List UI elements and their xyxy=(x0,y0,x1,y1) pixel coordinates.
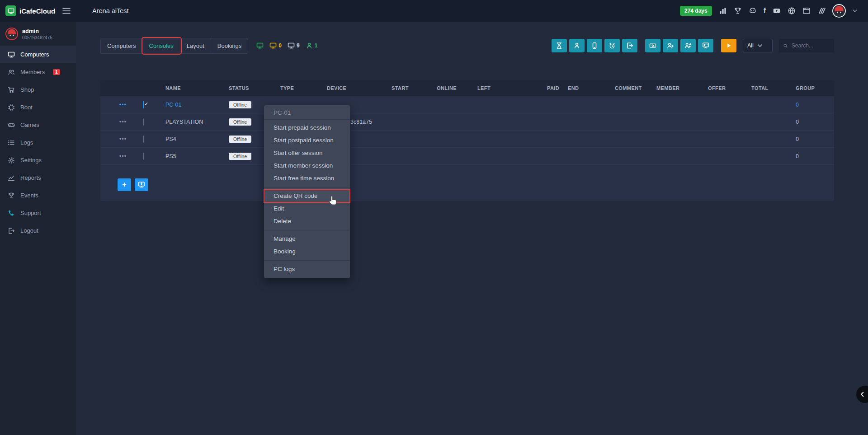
console-install-button[interactable] xyxy=(135,178,148,191)
search-box xyxy=(779,39,834,52)
search-input[interactable] xyxy=(791,42,830,49)
trophy-icon[interactable] xyxy=(734,7,742,15)
sidebar-item-label: Shop xyxy=(20,86,34,93)
menu-item-start-free-time-session[interactable]: Start free time session xyxy=(264,172,350,185)
sidebar-item-shop[interactable]: Shop xyxy=(0,81,76,98)
console-name[interactable]: PS4 xyxy=(165,136,229,142)
user-avatar[interactable] xyxy=(832,4,846,18)
sidebar-item-label: Reports xyxy=(20,174,41,181)
row-checkbox[interactable] xyxy=(143,118,144,126)
chart-icon xyxy=(8,174,15,182)
console-name[interactable]: PS5 xyxy=(165,153,229,159)
col-name: NAME xyxy=(165,85,229,91)
group-count-link[interactable]: 0 xyxy=(796,102,834,108)
sidebar-item-logs[interactable]: Logs xyxy=(0,134,76,151)
sidebar-item-label: Boot xyxy=(20,104,33,111)
browser-icon[interactable] xyxy=(802,7,811,15)
gamepad-icon xyxy=(8,122,15,129)
globe-icon[interactable] xyxy=(788,7,796,15)
sidebar-avatar xyxy=(5,28,18,40)
user-icon xyxy=(573,42,580,49)
sidebar-item-games[interactable]: Games xyxy=(0,116,76,134)
menu-item-start-offer-session[interactable]: Start offer session xyxy=(264,147,350,159)
add-console-button[interactable]: + xyxy=(118,178,131,191)
sidebar-item-boot[interactable]: Boot xyxy=(0,98,76,116)
sidebar-item-events[interactable]: Events xyxy=(0,187,76,204)
monitor-icon xyxy=(8,51,15,58)
col-start: START xyxy=(392,85,437,91)
console-name-link[interactable]: PC-01 xyxy=(165,102,229,108)
search-icon xyxy=(783,43,788,49)
chevron-down-icon[interactable] xyxy=(853,9,857,12)
top-bar: iCafeCloud Arena aiTest 274 days f xyxy=(0,0,868,22)
stats-icon[interactable] xyxy=(719,7,727,15)
row-menu-dots[interactable]: ••• xyxy=(106,118,140,125)
menu-item-manage[interactable]: Manage xyxy=(264,233,350,245)
menu-item-start-prepaid-session[interactable]: Start prepaid session xyxy=(264,122,350,134)
table-row-playstation: ••• PLAYSTATION Offline 3c81a75 0 xyxy=(100,113,834,131)
menu-item-delete[interactable]: Delete xyxy=(264,215,350,228)
menu-item-create-qr-code[interactable]: Create QR code xyxy=(264,190,350,202)
sidebar-item-settings[interactable]: Settings xyxy=(0,151,76,169)
col-paid: PAID xyxy=(547,85,568,91)
row-menu-dots[interactable]: ••• xyxy=(106,101,140,108)
sidebar-item-label: Logs xyxy=(20,139,33,146)
member-session-button[interactable] xyxy=(569,39,585,52)
timer-button[interactable] xyxy=(604,39,620,52)
facebook-icon[interactable]: f xyxy=(764,7,766,15)
online-users-count: 1 xyxy=(315,42,318,49)
consoles-table-card: NAME STATUS TYPE DEVICE START ONLINE LEF… xyxy=(100,80,834,201)
logout-icon xyxy=(8,227,15,234)
transfer-member-button[interactable] xyxy=(680,39,696,52)
discord-icon[interactable] xyxy=(749,7,757,15)
col-status: STATUS xyxy=(229,85,280,91)
console-name[interactable]: PLAYSTATION xyxy=(165,119,229,125)
menu-item-booking[interactable]: Booking xyxy=(264,245,350,258)
menu-item-start-postpaid-session[interactable]: Start postpaid session xyxy=(264,134,350,147)
col-comment: COMMENT xyxy=(615,85,656,91)
row-checkbox[interactable] xyxy=(143,136,144,143)
row-checkbox[interactable] xyxy=(143,153,144,160)
row-menu-dots[interactable]: ••• xyxy=(106,153,140,159)
sidebar-item-support[interactable]: Support xyxy=(0,204,76,222)
cart-icon xyxy=(8,86,15,94)
menu-item-pc-logs[interactable]: PC logs xyxy=(264,263,350,276)
group-count: 0 xyxy=(796,119,834,125)
filter-select[interactable]: All xyxy=(743,39,773,52)
row-checkbox[interactable] xyxy=(143,101,144,108)
sidebar-item-logout[interactable]: Logout xyxy=(0,222,76,239)
row-menu-dots[interactable]: ••• xyxy=(106,136,140,142)
alarm-icon xyxy=(609,42,616,49)
sidebar-item-label: Logout xyxy=(20,227,38,234)
col-member: MEMBER xyxy=(656,85,708,91)
monitor-online-icon xyxy=(256,42,264,49)
tab-bookings[interactable]: Bookings xyxy=(211,38,248,53)
cash-button[interactable] xyxy=(645,39,660,52)
checkout-button[interactable] xyxy=(622,39,637,52)
chevron-left-icon xyxy=(859,391,866,398)
filter-select-value: All xyxy=(747,42,754,49)
themes-icon[interactable] xyxy=(817,7,826,15)
tab-consoles[interactable]: Consoles xyxy=(143,38,180,53)
main-content: Computers Consoles Layout Bookings 0 9 1 xyxy=(76,22,868,435)
menu-toggle-button[interactable] xyxy=(62,8,71,14)
tab-computers[interactable]: Computers xyxy=(101,38,143,53)
add-member-button[interactable] xyxy=(663,39,678,52)
exit-icon xyxy=(626,42,633,49)
tab-layout[interactable]: Layout xyxy=(180,38,211,53)
app-logo-text: iCafeCloud xyxy=(19,7,55,15)
start-button[interactable] xyxy=(721,39,736,52)
mobile-app-button[interactable] xyxy=(587,39,602,52)
sidebar-item-computers[interactable]: Computers xyxy=(0,46,76,63)
menu-item-edit[interactable]: Edit xyxy=(264,202,350,215)
col-total: TOTAL xyxy=(751,85,796,91)
col-online: ONLINE xyxy=(437,85,477,91)
sidebar-item-members[interactable]: Members1 xyxy=(0,63,76,81)
qr-code-button[interactable] xyxy=(698,39,713,52)
sidebar-item-reports[interactable]: Reports xyxy=(0,169,76,187)
waiting-session-button[interactable] xyxy=(552,39,567,52)
menu-item-start-member-session[interactable]: Start member session xyxy=(264,159,350,172)
menu-divider xyxy=(264,260,350,261)
youtube-icon[interactable] xyxy=(773,7,781,15)
user-online-icon xyxy=(306,42,313,49)
